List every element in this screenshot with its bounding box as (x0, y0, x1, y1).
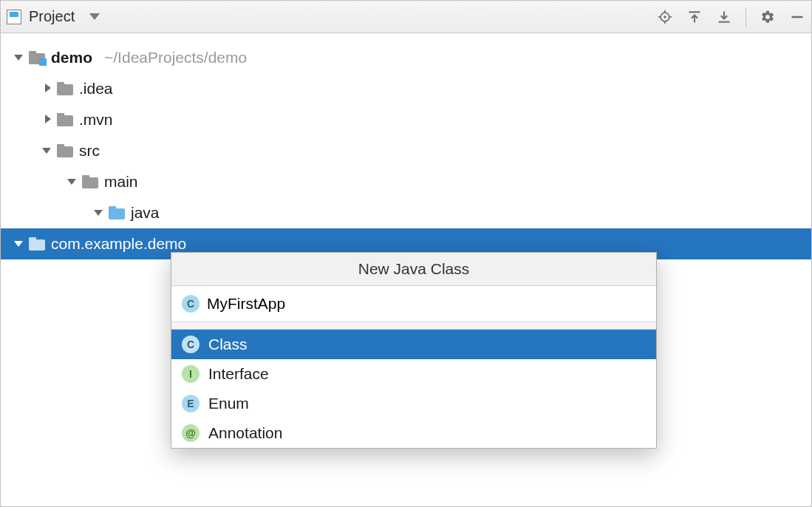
expand-all-icon[interactable] (686, 9, 703, 25)
interface-badge-icon: I (182, 365, 199, 383)
locate-icon[interactable] (657, 9, 673, 25)
option-label: Enum (208, 395, 249, 412)
folder-icon (57, 113, 73, 126)
tree-node-src[interactable]: src (14, 135, 811, 166)
popup-title: New Java Class (171, 253, 656, 286)
module-folder-icon (29, 51, 45, 64)
dropdown-triangle-icon (89, 13, 100, 20)
class-badge-icon: C (182, 336, 199, 353)
popup-separator (171, 322, 656, 330)
tree-node-label: .idea (79, 80, 113, 98)
settings-gear-icon[interactable] (760, 9, 776, 25)
hide-panel-icon[interactable] (789, 9, 805, 25)
source-folder-icon (109, 206, 125, 220)
chevron-down-icon (67, 177, 76, 186)
annotation-badge-icon: @ (182, 424, 199, 442)
tree-node-idea[interactable]: .idea (14, 73, 811, 104)
chevron-right-icon (42, 115, 51, 124)
toolbar-separator (746, 7, 746, 27)
tree-node-label: com.example.demo (51, 235, 186, 253)
tree-node-java[interactable]: java (14, 197, 811, 228)
tree-node-label: main (104, 173, 138, 191)
class-name-input[interactable] (207, 293, 646, 314)
tree-node-label: src (79, 142, 100, 160)
chevron-down-icon (14, 53, 23, 62)
collapse-all-icon[interactable] (716, 9, 732, 25)
project-toolbar: Project (1, 1, 811, 33)
option-label: Class (208, 336, 248, 353)
package-folder-icon (29, 237, 45, 251)
project-icon (7, 10, 21, 24)
type-options-list: C Class I Interface E Enum @ Annotation (171, 330, 656, 448)
folder-icon (57, 144, 73, 157)
option-label: Interface (208, 365, 269, 383)
tree-node-label: demo (51, 49, 92, 67)
option-class[interactable]: C Class (171, 330, 656, 359)
tree-node-mvn[interactable]: .mvn (14, 104, 811, 135)
folder-icon (57, 82, 73, 95)
enum-badge-icon: E (182, 395, 199, 412)
project-tree: demo ~/IdeaProjects/demo .idea .mvn src … (1, 33, 811, 259)
folder-icon (82, 175, 98, 188)
class-name-row: C (171, 286, 656, 322)
option-enum[interactable]: E Enum (171, 389, 656, 418)
chevron-down-icon (94, 208, 103, 217)
tree-node-path: ~/IdeaProjects/demo (104, 49, 247, 67)
tree-node-label: .mvn (79, 111, 113, 129)
project-selector[interactable]: Project (7, 8, 100, 25)
class-badge-icon: C (182, 295, 199, 313)
option-label: Annotation (208, 424, 282, 442)
tree-node-demo[interactable]: demo ~/IdeaProjects/demo (14, 42, 811, 73)
tree-node-label: java (131, 204, 160, 222)
chevron-right-icon (42, 84, 51, 93)
svg-point-1 (663, 16, 666, 18)
option-annotation[interactable]: @ Annotation (171, 418, 656, 448)
new-class-popup: New Java Class C C Class I Interface E E… (171, 252, 657, 449)
chevron-down-icon (14, 239, 23, 248)
tree-node-main[interactable]: main (14, 166, 811, 197)
chevron-down-icon (42, 146, 51, 155)
project-title: Project (29, 8, 75, 25)
option-interface[interactable]: I Interface (171, 359, 656, 389)
